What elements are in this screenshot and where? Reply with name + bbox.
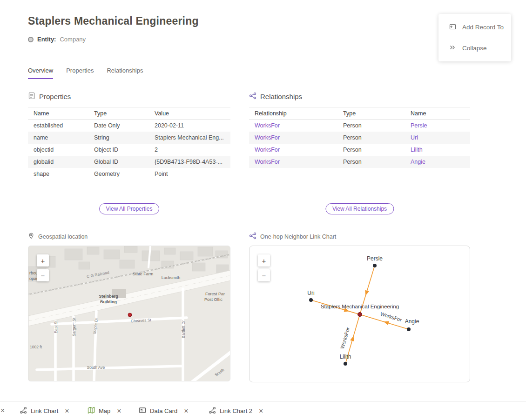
map-view[interactable]: + − xyxy=(28,246,230,381)
page-title: Staplers Mechanical Engineering xyxy=(28,15,199,27)
relationship-link[interactable]: WorksFor xyxy=(255,134,280,141)
node-persie[interactable] xyxy=(373,264,377,267)
menu-item-add-record-to[interactable]: Add Record To xyxy=(438,17,511,38)
related-entity-link[interactable]: Lilith xyxy=(411,147,423,153)
node-lilith[interactable] xyxy=(344,362,347,366)
node-center-company[interactable] xyxy=(358,313,362,317)
column-header: Type xyxy=(88,107,149,120)
relationship-link[interactable]: WorksFor xyxy=(255,159,280,165)
view-all-properties-button[interactable]: View All Properties xyxy=(99,203,160,214)
prop-type: Object ID xyxy=(88,144,149,156)
geospatial-location-label-row: Geospatial location xyxy=(28,232,88,241)
entity-row: Entity: Company xyxy=(28,36,86,43)
entity-color-dot xyxy=(28,37,34,42)
table-row: objectid Object ID 2 xyxy=(28,144,230,156)
table-row: name String Staplers Mechanical Eng... xyxy=(28,132,230,144)
node-label: Angie xyxy=(405,318,419,325)
prop-value: {5D9B4713-F98D-4A53-... xyxy=(149,156,230,168)
bottom-tab-label: Map xyxy=(99,407,110,414)
link-chart-heading: One-hop Neighbor Link Chart xyxy=(260,233,336,240)
bottom-tab-label: Link Chart xyxy=(31,407,58,414)
table-row: WorksFor Person Angie xyxy=(249,156,470,168)
rel-type: Person xyxy=(337,132,405,144)
prop-name: shape xyxy=(28,168,88,180)
related-entity-link[interactable]: Persie xyxy=(411,122,427,129)
properties-section: Properties Name Type Value established D… xyxy=(28,91,230,221)
link-chart-canvas: WorksFor WorksFor Persie Uri Angie Lilit… xyxy=(250,246,470,382)
column-header: Type xyxy=(337,107,405,120)
map-label: Bartlett Dr xyxy=(181,320,186,338)
table-header-row: Name Type Value xyxy=(28,107,230,120)
column-header: Name xyxy=(28,107,88,120)
add-record-icon xyxy=(449,23,456,32)
link-chart-icon xyxy=(20,407,27,415)
center-node-label: Staplers Mechanical Engineering xyxy=(321,304,399,309)
prop-name: globalid xyxy=(28,156,88,168)
rel-type: Person xyxy=(337,156,405,168)
node-angie[interactable] xyxy=(407,327,411,331)
prop-name: name xyxy=(28,132,88,144)
properties-table: Name Type Value established Date Only 20… xyxy=(28,107,230,180)
link-chart-icon xyxy=(249,232,256,241)
rel-type: Person xyxy=(337,144,405,156)
map-canvas: rbour opaedics C G Railroad State Farm L… xyxy=(28,246,230,381)
zoom-out-button[interactable]: − xyxy=(37,269,49,281)
bottom-tab-link-chart[interactable]: Link Chart × xyxy=(20,401,69,420)
tab-properties[interactable]: Properties xyxy=(66,67,94,79)
link-chart-view[interactable]: + − WorksFor WorksFor Persie xyxy=(249,246,470,382)
bottom-tab-data-card[interactable]: Data Card × xyxy=(139,401,189,420)
relationships-section: Relationships Relationship Type Name Wor… xyxy=(249,91,470,221)
table-row: WorksFor Person Uri xyxy=(249,132,470,144)
chart-zoom-controls: + − xyxy=(258,254,270,281)
node-label: Persie xyxy=(367,255,383,262)
prop-type: Date Only xyxy=(88,120,149,132)
link-chart-label-row: One-hop Neighbor Link Chart xyxy=(249,232,336,241)
node-label: Uri xyxy=(307,290,314,296)
prop-type: Geometry xyxy=(88,168,149,180)
bottom-tab-bar: × Link Chart × Map × xyxy=(0,401,526,420)
node-uri[interactable] xyxy=(309,298,313,302)
prop-value: 2 xyxy=(149,144,230,156)
prop-name: established xyxy=(28,120,88,132)
bottom-tab-map[interactable]: Map × xyxy=(88,401,121,420)
close-icon[interactable]: × xyxy=(65,407,69,415)
prop-type: String xyxy=(88,132,149,144)
entity-label: Entity: xyxy=(37,36,56,43)
data-card-page: Staplers Mechanical Engineering Entity: … xyxy=(0,0,526,420)
close-icon[interactable]: × xyxy=(0,407,5,414)
relationships-table: Relationship Type Name WorksFor Person P… xyxy=(249,107,470,168)
close-icon[interactable]: × xyxy=(184,407,188,415)
prop-value: Staplers Mechanical Eng... xyxy=(149,132,230,144)
map-label: Building xyxy=(100,300,117,304)
edge-label: WorksFor xyxy=(339,327,351,349)
close-icon[interactable]: × xyxy=(117,407,121,415)
properties-heading: Properties xyxy=(39,93,71,100)
relationship-link[interactable]: WorksFor xyxy=(255,122,280,129)
properties-icon xyxy=(28,92,35,101)
related-entity-link[interactable]: Angie xyxy=(411,159,425,165)
map-location-marker xyxy=(128,313,132,317)
card-tabs: Overview Properties Relationships xyxy=(28,67,143,79)
relationships-icon xyxy=(249,92,256,101)
table-row: WorksFor Person Lilith xyxy=(249,144,470,156)
tab-overview[interactable]: Overview xyxy=(28,67,53,79)
zoom-out-button[interactable]: − xyxy=(258,269,270,281)
close-icon[interactable]: × xyxy=(259,407,263,415)
relationship-link[interactable]: WorksFor xyxy=(255,147,280,153)
view-all-relationships-button[interactable]: View All Relationships xyxy=(325,203,394,214)
zoom-in-button[interactable]: + xyxy=(258,254,270,267)
prop-name: objectid xyxy=(28,144,88,156)
edge-label: WorksFor xyxy=(380,311,403,322)
table-row: shape Geometry Point xyxy=(28,168,230,180)
tab-relationships[interactable]: Relationships xyxy=(107,67,143,79)
bottom-tab-label: Data Card xyxy=(150,407,177,414)
collapse-icon xyxy=(449,44,456,53)
column-header: Value xyxy=(149,107,230,120)
table-row: globalid Global ID {5D9B4713-F98D-4A53-.… xyxy=(28,156,230,168)
menu-item-collapse[interactable]: Collapse xyxy=(438,38,511,59)
table-header-row: Relationship Type Name xyxy=(249,107,470,120)
bottom-tab-link-chart-2[interactable]: Link Chart 2 × xyxy=(209,401,263,420)
zoom-in-button[interactable]: + xyxy=(37,254,49,267)
prop-type: Global ID xyxy=(88,156,149,168)
related-entity-link[interactable]: Uri xyxy=(411,134,418,141)
